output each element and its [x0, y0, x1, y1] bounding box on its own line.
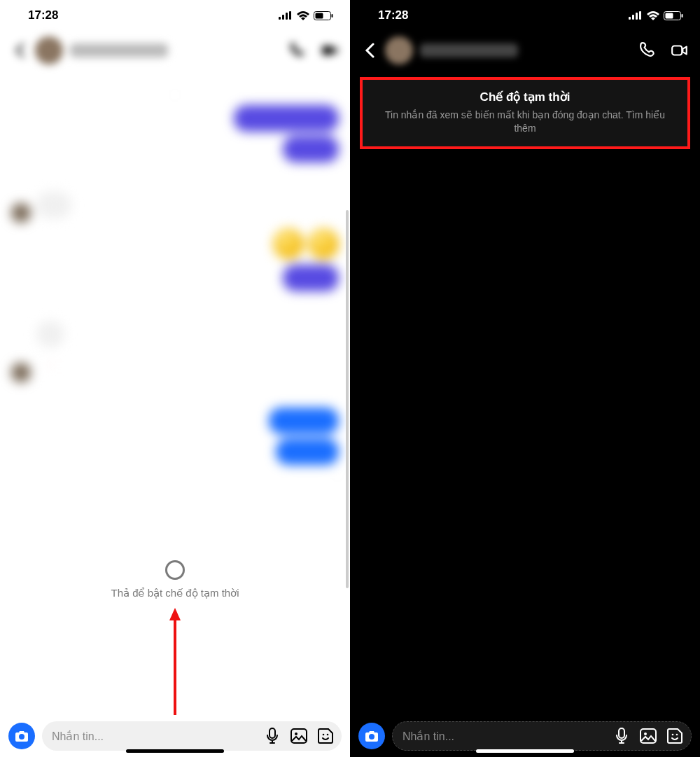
svg-point-25 [369, 734, 374, 739]
contact-avatar[interactable] [35, 36, 63, 64]
emoji-reaction [273, 228, 304, 259]
video-icon[interactable] [321, 41, 339, 60]
image-icon [290, 728, 307, 744]
status-icons [279, 11, 333, 20]
status-time: 17:28 [28, 8, 58, 22]
svg-point-15 [323, 734, 325, 736]
scrollbar[interactable] [346, 210, 349, 588]
message-in: · [36, 321, 64, 347]
battery-icon [664, 11, 683, 20]
svg-point-28 [644, 732, 647, 735]
back-button[interactable] [11, 42, 28, 59]
svg-rect-7 [322, 46, 332, 55]
sticker-icon [666, 728, 683, 744]
svg-rect-22 [666, 13, 673, 18]
status-time: 17:28 [378, 8, 408, 22]
message-in: · [36, 192, 71, 218]
camera-icon [15, 730, 29, 742]
voice-button[interactable] [263, 727, 281, 745]
seen-indicator: · [11, 471, 339, 480]
svg-rect-2 [286, 13, 288, 20]
chat-body: · · · · · · ·· · · [0, 70, 350, 715]
home-indicator[interactable] [476, 749, 574, 753]
camera-icon [365, 730, 379, 742]
sticker-button[interactable] [666, 727, 684, 745]
svg-rect-3 [289, 11, 291, 20]
vanish-mode-prompt: Thả để bật chế độ tạm thời [0, 560, 350, 599]
sender-avatar [11, 203, 31, 223]
contact-name[interactable] [420, 43, 518, 57]
screen-vanish-mode: 17:28 Chế độ tạm thời Tin nhắn đã xem sẽ… [350, 0, 700, 757]
message-out: · [276, 438, 339, 465]
gallery-button[interactable] [639, 727, 657, 745]
svg-rect-24 [672, 46, 682, 55]
sticker-icon [317, 728, 334, 744]
svg-point-11 [19, 734, 24, 739]
vanish-banner-subtitle: Tin nhắn đã xem sẽ biến mất khi bạn đóng… [375, 109, 675, 135]
status-icons [629, 11, 683, 20]
chat-body-empty [350, 156, 700, 715]
screen-normal-mode: 17:28 · · · · [0, 0, 350, 757]
call-icon[interactable] [638, 41, 657, 60]
svg-point-29 [672, 734, 674, 736]
message-out: · [269, 408, 339, 434]
gallery-button[interactable] [290, 727, 308, 745]
svg-rect-1 [282, 15, 284, 20]
svg-rect-20 [639, 11, 641, 20]
message-input[interactable]: Nhắn tin... [42, 721, 342, 751]
svg-rect-12 [270, 728, 275, 738]
message-out: · [283, 136, 339, 162]
battery-icon [314, 11, 333, 20]
vanish-prompt-text: Thả để bật chế độ tạm thời [111, 587, 239, 599]
mic-icon [266, 728, 279, 744]
svg-rect-5 [316, 13, 323, 18]
contact-avatar[interactable] [385, 36, 413, 64]
cellular-icon [279, 11, 293, 20]
call-icon[interactable] [288, 41, 307, 60]
message-input[interactable]: Nhắn tin... [392, 721, 692, 751]
svg-rect-0 [279, 17, 281, 20]
mic-icon [615, 728, 628, 744]
voice-button[interactable] [612, 727, 631, 745]
svg-rect-17 [629, 17, 631, 20]
message-in: ·· [36, 352, 83, 378]
svg-rect-18 [632, 15, 634, 20]
svg-rect-26 [619, 728, 624, 738]
svg-point-16 [327, 734, 329, 736]
camera-button[interactable] [358, 723, 385, 749]
chat-header [350, 31, 700, 70]
blurred-messages: · · · · · · ·· · · [0, 70, 350, 715]
vanish-mode-banner: Chế độ tạm thời Tin nhắn đã xem sẽ biến … [363, 80, 687, 146]
svg-point-14 [295, 732, 298, 735]
svg-rect-13 [291, 729, 307, 743]
vanish-banner-text: Tin nhắn đã xem sẽ biến mất khi bạn đóng… [385, 109, 626, 120]
sender-avatar [11, 363, 31, 382]
video-icon[interactable] [671, 41, 689, 60]
home-indicator[interactable] [126, 749, 224, 753]
back-button[interactable] [361, 42, 378, 59]
svg-rect-19 [636, 13, 638, 20]
contact-name[interactable] [70, 43, 168, 57]
svg-rect-6 [332, 14, 333, 18]
sticker-button[interactable] [316, 727, 335, 745]
timestamp: · [11, 90, 339, 99]
vanish-banner-title: Chế độ tạm thời [375, 90, 675, 104]
message-out: · [283, 265, 339, 291]
camera-button[interactable] [8, 723, 35, 749]
svg-rect-27 [640, 729, 656, 743]
message-placeholder: Nhắn tin... [402, 730, 604, 743]
svg-rect-23 [682, 14, 683, 18]
status-bar: 17:28 [0, 0, 350, 31]
loading-ring-icon [165, 560, 185, 580]
svg-point-30 [676, 734, 678, 736]
status-bar: 17:28 [350, 0, 700, 31]
cellular-icon [629, 11, 643, 20]
message-placeholder: Nhắn tin... [52, 730, 255, 743]
wifi-icon [647, 11, 659, 20]
emoji-reaction [308, 228, 339, 259]
annotation-highlight-box: Chế độ tạm thời Tin nhắn đã xem sẽ biến … [360, 77, 690, 149]
wifi-icon [297, 11, 309, 20]
image-icon [640, 728, 657, 744]
chat-header [0, 31, 350, 70]
message-out: · [234, 105, 339, 132]
